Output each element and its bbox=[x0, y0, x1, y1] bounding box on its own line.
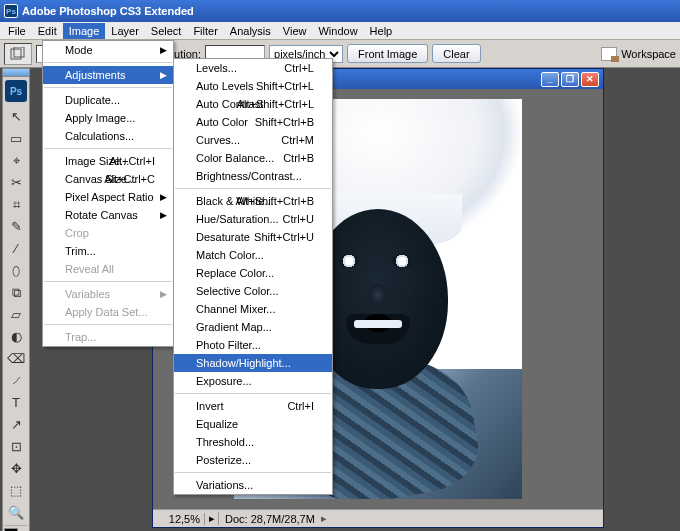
adjustments-colorbalance[interactable]: Color Balance...Ctrl+B bbox=[174, 149, 332, 167]
tool-5[interactable]: ✎ bbox=[4, 215, 28, 237]
menu-view[interactable]: View bbox=[277, 23, 313, 39]
tool-10[interactable]: ◐ bbox=[4, 325, 28, 347]
zoom-level[interactable]: 12,5% bbox=[153, 513, 205, 525]
menu-window[interactable]: Window bbox=[312, 23, 363, 39]
tool-16[interactable]: ✥ bbox=[4, 457, 28, 479]
status-menu-1[interactable]: ▸ bbox=[205, 512, 219, 525]
workspace-icon[interactable] bbox=[601, 47, 617, 61]
toolbox-grip[interactable] bbox=[3, 69, 29, 77]
menu-help[interactable]: Help bbox=[364, 23, 399, 39]
image-menu-pixelaspectratio[interactable]: Pixel Aspect Ratio▶ bbox=[43, 188, 173, 206]
maximize-button[interactable]: ❐ bbox=[561, 72, 579, 87]
image-menu-applyimage[interactable]: Apply Image... bbox=[43, 109, 173, 127]
adjustments-equalize[interactable]: Equalize bbox=[174, 415, 332, 433]
close-button[interactable]: ✕ bbox=[581, 72, 599, 87]
image-menu-revealall: Reveal All bbox=[43, 260, 173, 278]
menu-layer[interactable]: Layer bbox=[105, 23, 145, 39]
adjustments-autocolor[interactable]: Auto ColorShift+Ctrl+B bbox=[174, 113, 332, 131]
tool-7[interactable]: ⬯ bbox=[4, 259, 28, 281]
tool-15[interactable]: ⊡ bbox=[4, 435, 28, 457]
image-menu: Mode▶Adjustments▶Duplicate...Apply Image… bbox=[42, 40, 174, 347]
tool-17[interactable]: ⬚ bbox=[4, 479, 28, 501]
adjustments-matchcolor[interactable]: Match Color... bbox=[174, 246, 332, 264]
adjustments-autocontrast[interactable]: Auto ContrastAlt+Shift+Ctrl+L bbox=[174, 95, 332, 113]
image-menu-applydataset: Apply Data Set... bbox=[43, 303, 173, 321]
adjustments-huesaturation[interactable]: Hue/Saturation...Ctrl+U bbox=[174, 210, 332, 228]
tool-2[interactable]: ⌖ bbox=[4, 149, 28, 171]
adjustments-channelmixer[interactable]: Channel Mixer... bbox=[174, 300, 332, 318]
tool-8[interactable]: ⧉ bbox=[4, 281, 28, 303]
tool-12[interactable]: ⟋ bbox=[4, 369, 28, 391]
app-title: Adobe Photoshop CS3 Extended bbox=[22, 5, 676, 17]
image-menu-rotatecanvas[interactable]: Rotate Canvas▶ bbox=[43, 206, 173, 224]
tool-14[interactable]: ↗ bbox=[4, 413, 28, 435]
doc-info: Doc: 28,7M/28,7M bbox=[219, 513, 321, 525]
tool-preset-picker[interactable] bbox=[4, 43, 32, 65]
image-menu-adjustments[interactable]: Adjustments▶ bbox=[43, 66, 173, 84]
minimize-button[interactable]: _ bbox=[541, 72, 559, 87]
front-image-button[interactable]: Front Image bbox=[347, 44, 428, 63]
menubar: FileEditImageLayerSelectFilterAnalysisVi… bbox=[0, 22, 680, 40]
ps-badge-icon: Ps bbox=[5, 80, 27, 102]
adjustments-variations[interactable]: Variations... bbox=[174, 476, 332, 494]
image-menu-crop: Crop bbox=[43, 224, 173, 242]
adjustments-levels[interactable]: Levels...Ctrl+L bbox=[174, 59, 332, 77]
adjustments-replacecolor[interactable]: Replace Color... bbox=[174, 264, 332, 282]
adjustments-selectivecolor[interactable]: Selective Color... bbox=[174, 282, 332, 300]
menu-filter[interactable]: Filter bbox=[187, 23, 223, 39]
adjustments-submenu: Levels...Ctrl+LAuto LevelsShift+Ctrl+LAu… bbox=[173, 58, 333, 495]
app-titlebar: Ps Adobe Photoshop CS3 Extended bbox=[0, 0, 680, 22]
menu-file[interactable]: File bbox=[2, 23, 32, 39]
adjustments-brightnesscontrast[interactable]: Brightness/Contrast... bbox=[174, 167, 332, 185]
image-menu-trap: Trap... bbox=[43, 328, 173, 346]
adjustments-posterize[interactable]: Posterize... bbox=[174, 451, 332, 469]
menu-image[interactable]: Image bbox=[63, 23, 106, 39]
image-menu-duplicate[interactable]: Duplicate... bbox=[43, 91, 173, 109]
adjustments-blackwhite[interactable]: Black & White...Alt+Shift+Ctrl+B bbox=[174, 192, 332, 210]
adjustments-photofilter[interactable]: Photo Filter... bbox=[174, 336, 332, 354]
tool-3[interactable]: ✂ bbox=[4, 171, 28, 193]
image-menu-imagesize[interactable]: Image Size...Alt+Ctrl+I bbox=[43, 152, 173, 170]
tool-18[interactable]: 🔍 bbox=[4, 501, 28, 523]
adjustments-threshold[interactable]: Threshold... bbox=[174, 433, 332, 451]
tool-13[interactable]: T bbox=[4, 391, 28, 413]
app-icon: Ps bbox=[4, 4, 18, 18]
clear-button[interactable]: Clear bbox=[432, 44, 480, 63]
tool-11[interactable]: ⌫ bbox=[4, 347, 28, 369]
tool-4[interactable]: ⌗ bbox=[4, 193, 28, 215]
adjustments-shadowhighlight[interactable]: Shadow/Highlight... bbox=[174, 354, 332, 372]
adjustments-gradientmap[interactable]: Gradient Map... bbox=[174, 318, 332, 336]
adjustments-autolevels[interactable]: Auto LevelsShift+Ctrl+L bbox=[174, 77, 332, 95]
tool-9[interactable]: ▱ bbox=[4, 303, 28, 325]
status-menu-2[interactable]: ▸ bbox=[321, 512, 331, 525]
menu-select[interactable]: Select bbox=[145, 23, 188, 39]
document-statusbar: 12,5% ▸ Doc: 28,7M/28,7M ▸ bbox=[153, 509, 603, 527]
image-menu-variables: Variables▶ bbox=[43, 285, 173, 303]
tool-0[interactable]: ↖ bbox=[4, 105, 28, 127]
image-menu-mode[interactable]: Mode▶ bbox=[43, 41, 173, 59]
tool-6[interactable]: ∕ bbox=[4, 237, 28, 259]
adjustments-curves[interactable]: Curves...Ctrl+M bbox=[174, 131, 332, 149]
menu-edit[interactable]: Edit bbox=[32, 23, 63, 39]
image-menu-canvassize[interactable]: Canvas Size...Alt+Ctrl+C bbox=[43, 170, 173, 188]
adjustments-invert[interactable]: InvertCtrl+I bbox=[174, 397, 332, 415]
toolbox: Ps ↖▭⌖✂⌗✎∕⬯⧉▱◐⌫⟋T↗⊡✥⬚🔍 bbox=[2, 68, 30, 531]
image-menu-trim[interactable]: Trim... bbox=[43, 242, 173, 260]
menu-analysis[interactable]: Analysis bbox=[224, 23, 277, 39]
workspace-label[interactable]: Workspace bbox=[621, 48, 676, 60]
adjustments-exposure[interactable]: Exposure... bbox=[174, 372, 332, 390]
adjustments-desaturate[interactable]: DesaturateShift+Ctrl+U bbox=[174, 228, 332, 246]
tool-1[interactable]: ▭ bbox=[4, 127, 28, 149]
image-menu-calculations[interactable]: Calculations... bbox=[43, 127, 173, 145]
